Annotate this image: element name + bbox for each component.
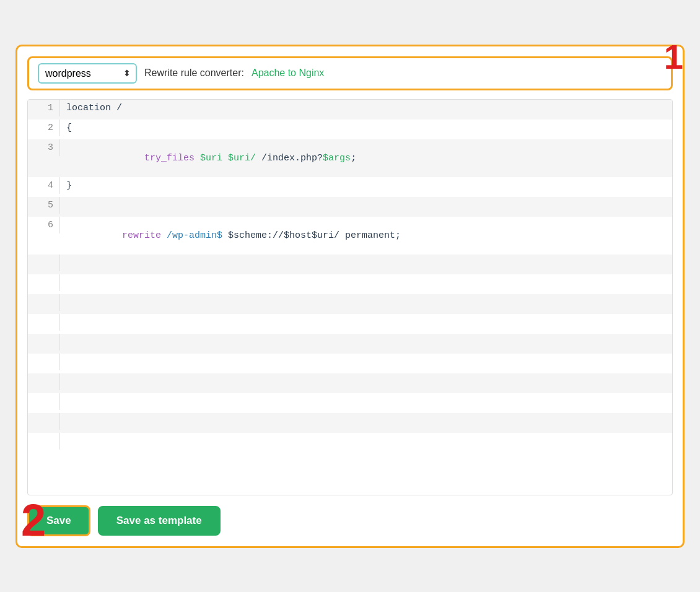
line-number-1: 1 (28, 100, 60, 116)
line-content-5 (60, 197, 672, 214)
line-content-2: { (60, 120, 672, 136)
line-number-6: 6 (28, 217, 60, 233)
code-line-12 (28, 354, 672, 373)
code-line-3: 3 try_files $uri $uri/ /index.php?$args; (28, 139, 672, 177)
line-number-5: 5 (28, 197, 60, 214)
line-number-12 (28, 354, 60, 370)
step-2-badge: 2 (21, 498, 46, 542)
code-line-7 (28, 255, 672, 274)
line-content-16 (60, 433, 672, 450)
line-content-15 (60, 413, 672, 430)
code-line-2: 2 { (28, 120, 672, 139)
line-number-3: 3 (28, 139, 60, 156)
code-line-13 (28, 373, 672, 393)
line-number-9 (28, 294, 60, 311)
line-content-11 (60, 334, 672, 350)
code-line-14 (28, 393, 672, 413)
code-line-10 (28, 314, 672, 334)
line-content-8 (60, 274, 672, 291)
template-select[interactable]: wordpress drupal joomla magento custom (38, 63, 137, 84)
line-content-10 (60, 314, 672, 331)
template-select-wrapper[interactable]: wordpress drupal joomla magento custom ⬍ (38, 63, 137, 84)
code-line-1: 1 location / (28, 100, 672, 120)
code-line-9 (28, 294, 672, 314)
main-container: wordpress drupal joomla magento custom ⬍… (15, 45, 685, 548)
line-content-6: rewrite /wp-admin$ $scheme://$host$uri/ … (60, 217, 672, 255)
line-content-9 (60, 294, 672, 311)
code-line-16 (28, 433, 672, 453)
line-number-7 (28, 255, 60, 271)
code-line-6: 6 rewrite /wp-admin$ $scheme://$host$uri… (28, 217, 672, 255)
header-bar: wordpress drupal joomla magento custom ⬍… (27, 56, 673, 90)
line-number-4: 4 (28, 177, 60, 194)
converter-type: Apache to Nginx (252, 67, 324, 79)
code-line-15 (28, 413, 672, 433)
save-template-button[interactable]: Save as template (98, 506, 221, 536)
line-number-14 (28, 393, 60, 410)
line-number-15 (28, 413, 60, 430)
line-content-1: location / (60, 100, 672, 116)
line-content-14 (60, 393, 672, 410)
converter-label: Rewrite rule converter: (144, 67, 244, 79)
line-number-16 (28, 433, 60, 450)
code-editor[interactable]: 1 location / 2 { 3 try_files $uri $uri/ … (27, 99, 673, 495)
code-line-11 (28, 334, 672, 354)
code-line-5: 5 (28, 197, 672, 217)
code-lines: 1 location / 2 { 3 try_files $uri $uri/ … (28, 100, 672, 495)
line-number-10 (28, 314, 60, 331)
line-number-8 (28, 274, 60, 291)
line-number-13 (28, 373, 60, 390)
line-content-3: try_files $uri $uri/ /index.php?$args; (60, 139, 672, 177)
line-content-13 (60, 373, 672, 390)
code-line-8 (28, 274, 672, 294)
line-number-2: 2 (28, 120, 60, 136)
line-content-12 (60, 354, 672, 370)
code-line-4: 4 } (28, 177, 672, 197)
line-content-4: } (60, 177, 672, 194)
line-number-11 (28, 334, 60, 350)
line-content-7 (60, 255, 672, 271)
footer-bar: 2 Save Save as template (27, 505, 673, 536)
step-1-badge: 1 (664, 40, 683, 74)
